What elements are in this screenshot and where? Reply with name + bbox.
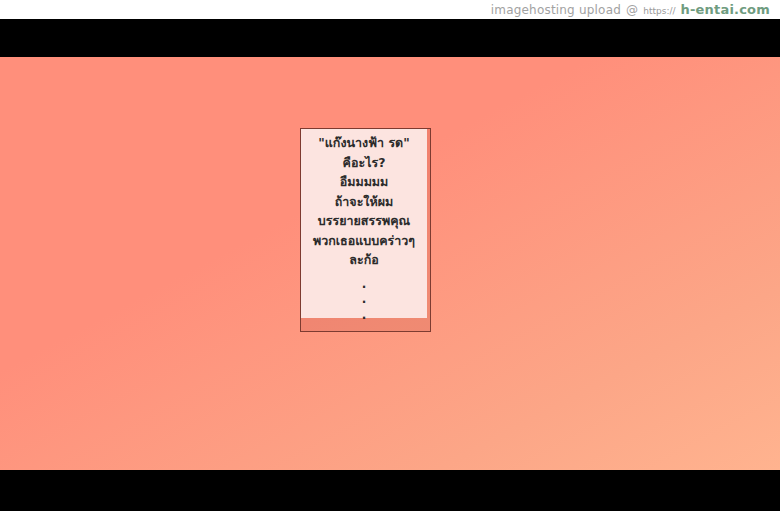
url-protocol: https:// <box>643 4 675 16</box>
comic-textbox-line: คือะไร? <box>343 153 386 173</box>
site-header: imagehosting upload @ https:// h-entai.c… <box>0 0 780 19</box>
site-brand-link[interactable]: h-entai.com <box>681 2 771 17</box>
comic-textbox-line: . <box>362 292 367 308</box>
comic-textbox-line: พวกเธอแบบคร่าวๆ <box>313 231 415 251</box>
comic-textbox-line: . <box>362 308 367 324</box>
at-symbol: @ <box>626 3 638 17</box>
comic-textbox: "แก๊งนางฟ้า รด"คือะไร?อืมมมมมถ้าจะให้ผมบ… <box>301 129 427 318</box>
comic-textbox-line: ถ้าจะให้ผม <box>335 192 394 212</box>
comic-textbox-line: "แก๊งนางฟ้า รด" <box>318 133 409 153</box>
comic-textbox-line: . <box>362 277 367 293</box>
comic-textbox-line: อืมมมมม <box>340 172 389 192</box>
comic-textbox-frame: "แก๊งนางฟ้า รด"คือะไร?อืมมมมมถ้าจะให้ผมบ… <box>300 128 431 332</box>
comic-textbox-line: บรรยายสรรพคุณ <box>318 211 410 231</box>
hosted-image[interactable]: "แก๊งนางฟ้า รด"คือะไร?อืมมมมมถ้าจะให้ผมบ… <box>0 57 780 470</box>
letterbox-bar-bottom <box>0 470 780 511</box>
site-header-label: imagehosting upload <box>491 3 621 17</box>
letterbox-bar-top <box>0 19 780 57</box>
comic-textbox-line: ละก้อ <box>349 250 378 270</box>
